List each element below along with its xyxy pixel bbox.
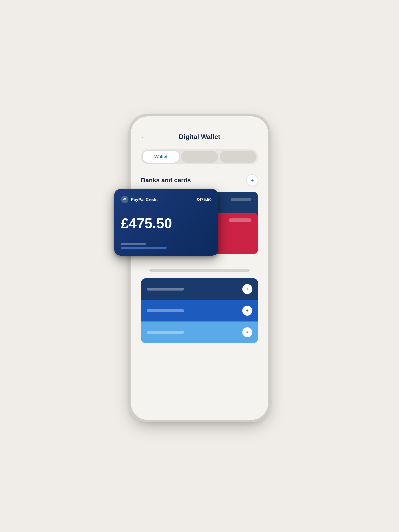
add-card-placeholder-1 [147,288,184,291]
add-card-row-2[interactable]: + [141,300,258,322]
add-cards-section: + + + [141,278,258,343]
tab-2[interactable] [181,151,218,163]
separator [149,269,250,272]
tab-3[interactable] [220,151,256,163]
card-top-row: PayPal Credit £475.50 [121,196,212,203]
add-circle-btn-3[interactable]: + [242,327,252,337]
add-card-row-1[interactable]: + [141,278,258,300]
card-amount-top: £475.50 [196,197,212,202]
add-circle-btn-1[interactable]: + [242,284,252,294]
card-nav-placeholder-2 [231,198,252,201]
tab-wallet[interactable]: Wallet [143,151,179,163]
add-card-placeholder-3 [147,331,184,334]
phone-shell: ← Digital Wallet Wallet Banks and cards … [131,116,268,420]
tab-bar: Wallet [141,149,258,164]
scene: ← Digital Wallet Wallet Banks and cards … [119,100,280,432]
section-title: Banks and cards [141,177,191,184]
card-bottom-bar [121,247,167,249]
card-bottom-placeholder [121,243,146,245]
add-circle-btn-2[interactable]: + [242,306,252,316]
page-title: Digital Wallet [179,133,220,141]
add-card-row-3[interactable]: + [141,322,258,343]
card-red-placeholder-2 [228,218,252,222]
page-header: ← Digital Wallet [141,133,258,141]
card-amount-large: £475.50 [121,216,212,230]
card-brand-row: PayPal Credit [121,196,158,203]
card-brand-label: PayPal Credit [131,197,158,202]
paypal-credit-card[interactable]: PayPal Credit £475.50 £475.50 [114,189,218,256]
paypal-logo-icon [121,196,128,203]
section-header: Banks and cards + [141,174,258,186]
back-button[interactable]: ← [141,134,147,140]
card-bottom-details [121,243,212,249]
add-card-placeholder-2 [147,309,184,312]
add-card-button[interactable]: + [247,174,258,186]
phone-content: ← Digital Wallet Wallet Banks and cards … [131,116,268,420]
